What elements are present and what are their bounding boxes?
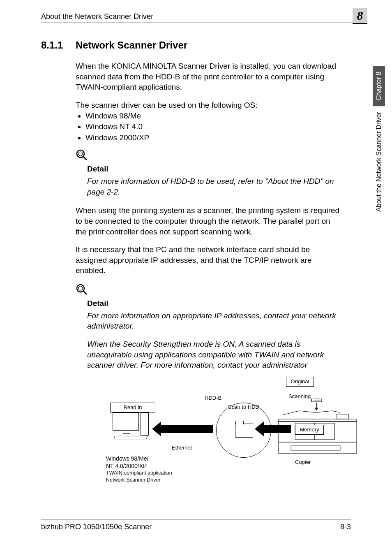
svg-rect-12 [336,414,348,419]
paragraph-4: It is necessary that the PC and the netw… [76,244,343,276]
side-tab-title: About the Network Scanner Driver [373,106,385,218]
paragraph-2: The scanner driver can be used on the fo… [76,100,343,111]
diagram-label-ethernet: Ethernet [168,443,196,452]
magnifier-icon [76,149,343,161]
svg-point-1 [78,152,83,156]
side-tab-chapter: Chapter 8 [373,66,385,106]
svg-rect-8 [279,442,357,454]
diagram-label-scan-to-hdd: Scan to HDD [219,403,268,412]
diagram-caption-windows: Windows 98/Me/ NT 4.0/2000/XP TWAIN-comp… [106,455,196,483]
svg-rect-6 [279,419,357,422]
diagram-label-read-in: Read in [110,403,155,412]
arrow-left-icon [159,425,213,433]
paragraph-3: When using the printing system as a scan… [76,205,343,237]
caption-line: Windows 98/Me/ [106,455,196,462]
detail-block-1: Detail For more information of HDD-B to … [87,164,343,197]
side-tab: Chapter 8 About the Network Scanner Driv… [371,66,387,218]
os-list: Windows 98/Me Windows NT 4.0 Windows 200… [76,111,343,144]
svg-point-4 [78,286,83,290]
caption-line: NT 4.0/2000/XP [106,462,196,470]
list-item: Windows NT 4.0 [85,121,343,132]
detail-text: For more information on appropriate IP a… [87,310,343,331]
diagram-label-scanning: Scanning [284,392,315,401]
detail-label: Detail [87,298,343,309]
caption-line: Network Scanner Driver [106,477,196,483]
pc-icon [113,412,154,441]
caption-line: TWAIN-compliant application [106,470,196,476]
svg-line-2 [83,157,87,160]
footer-left: bizhub PRO 1050/1050e Scanner [41,523,152,531]
heading-number: 8.1.1 [41,39,66,51]
list-item: Windows 98/Me [85,111,343,122]
folder-icon [235,424,253,438]
svg-line-5 [83,291,87,294]
magnifier-icon [76,283,343,296]
diagram-label-copier: Copier [291,458,315,467]
heading-text: Network Scanner Driver [76,39,187,51]
svg-point-3 [77,285,84,292]
detail-block-2: Detail For more information on appropria… [87,298,343,371]
detail-text: For more information of HDD-B to be used… [87,176,343,197]
system-diagram: Read in HDD-B Ethernet Scan to HDD [110,379,373,486]
header-section-title: About the Network Scanner Driver [41,12,153,21]
detail-text: When the Security Strengthen mode is ON,… [87,339,343,371]
diagram-label-hddb: HDD-B [201,394,226,403]
svg-point-0 [77,150,84,158]
list-item: Windows 2000/XP [85,132,343,144]
diagram-label-original: Original [286,377,314,387]
svg-rect-9 [291,446,340,451]
diagram-label-memory: Memory [295,425,324,435]
paragraph-1: When the KONICA MINOLTA Scanner Driver i… [76,61,343,93]
chapter-number-box: 8 [353,8,367,24]
footer-right: 8-3 [340,523,351,531]
detail-label: Detail [87,164,343,174]
